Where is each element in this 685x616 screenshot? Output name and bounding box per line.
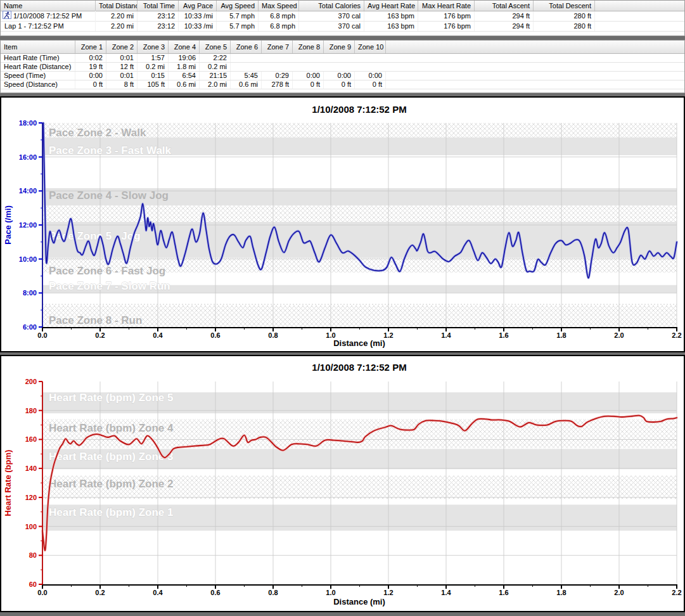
- x-tick-label: 1.6: [499, 589, 508, 596]
- column-header-zone-9[interactable]: Zone 9: [324, 41, 355, 53]
- table-cell: Speed (Distance): [1, 80, 75, 89]
- x-tick-label: 1.4: [441, 589, 451, 596]
- column-header-zone-10[interactable]: Zone 10: [355, 41, 386, 53]
- column-header-zone-8[interactable]: Zone 8: [293, 41, 324, 53]
- y-tick-label: 80: [29, 551, 37, 559]
- table-cell: 19:06: [169, 54, 200, 62]
- table-cell: 0 ft: [355, 80, 386, 89]
- x-tick-label: 0.6: [210, 331, 220, 339]
- y-tick-label: 8:00: [23, 289, 37, 297]
- table-cell: 8 ft: [106, 80, 138, 89]
- table-cell: Lap 1 - 7:12:52 PM: [1, 22, 96, 31]
- zone-band-label: Heart Rate (bpm) Zone 1: [49, 506, 173, 518]
- table-cell: Heart Rate (Distance): [1, 63, 75, 71]
- pace-x-axis-title: Distance (mi): [333, 338, 385, 348]
- column-header-avg-pace[interactable]: Avg Pace: [179, 1, 217, 11]
- x-tick-label: 2.0: [614, 589, 624, 596]
- zone-band-label: Heart Rate (bpm) Zone 4: [49, 422, 174, 434]
- table-cell: 163 bpm: [364, 11, 418, 21]
- y-tick-label: 100: [25, 523, 37, 530]
- column-header-total-calories[interactable]: Total Calories: [299, 1, 364, 11]
- y-tick-label: 120: [25, 494, 37, 501]
- zone-band-label: Heart Rate (bpm) Zone 5: [49, 392, 173, 404]
- column-header-max-speed[interactable]: Max Speed: [259, 1, 299, 11]
- header-filler: [595, 1, 684, 11]
- table-cell: 10:33 /mi: [179, 22, 217, 31]
- column-header-total-descent[interactable]: Total Descent: [534, 1, 595, 11]
- column-header-zone-3[interactable]: Zone 3: [138, 41, 169, 53]
- y-tick-label: 12:00: [19, 221, 37, 229]
- table-cell: 0.6 mi: [169, 80, 200, 89]
- zone-band-label: Pace Zone 4 - Slow Jog: [49, 189, 169, 202]
- column-header-zone-7[interactable]: Zone 7: [262, 41, 293, 53]
- column-header-max-heart-rate[interactable]: Max Heart Rate: [418, 1, 475, 11]
- x-tick-label: 1.8: [556, 589, 566, 596]
- x-tick-label: 2.2: [672, 589, 681, 596]
- table-cell: 1/10/2008 7:12:52 PM: [1, 11, 96, 22]
- column-header-zone-5[interactable]: Zone 5: [200, 41, 231, 53]
- column-header-zone-1[interactable]: Zone 1: [75, 41, 106, 53]
- x-tick-label: 2.0: [614, 331, 624, 339]
- table-cell: 280 ft: [534, 11, 595, 21]
- y-tick-label: 200: [25, 378, 37, 385]
- column-header-name[interactable]: Name: [1, 1, 96, 11]
- zones-summary-table: ItemZone 1Zone 2Zone 3Zone 4Zone 5Zone 6…: [0, 40, 685, 93]
- table-cell: 5.7 mph: [217, 11, 259, 21]
- table-row[interactable]: Heart Rate (Distance)19 ft12 ft0.2 mi1.8…: [1, 63, 684, 72]
- pace-y-axis-title: Pace (/mi): [3, 205, 13, 244]
- runner-activity-icon: [3, 11, 11, 22]
- table-row[interactable]: 1/10/2008 7:12:52 PM2.20 mi23:1210:33 /m…: [1, 11, 684, 22]
- table-row[interactable]: Lap 1 - 7:12:52 PM2.20 mi23:1210:33 /mi5…: [1, 22, 684, 32]
- pace-chart: Pace Zone 2 - WalkPace Zone 3 - Fast Wal…: [1, 98, 684, 351]
- table-row[interactable]: Speed (Time)0:000:010:156:5421:155:450:2…: [1, 72, 684, 80]
- activity-summary-table: NameTotal DistanceTotal TimeAvg PaceAvg …: [0, 0, 685, 36]
- table-cell: 105 ft: [138, 80, 169, 89]
- column-header-avg-heart-rate[interactable]: Avg Heart Rate: [364, 1, 418, 11]
- table-cell: 2.0 mi: [200, 80, 231, 89]
- table-row[interactable]: Heart Rate (Time)0:020:011:5719:062:22: [1, 54, 684, 63]
- x-tick-label: 1.0: [326, 589, 335, 596]
- x-tick-label: 0.8: [268, 331, 278, 339]
- column-header-total-distance[interactable]: Total Distance: [96, 1, 138, 11]
- hr-chart-title: 1/10/2008 7:12:52 PM: [312, 362, 406, 373]
- column-header-total-ascent[interactable]: Total Ascent: [475, 1, 534, 11]
- column-header-zone-6[interactable]: Zone 6: [231, 41, 262, 53]
- column-header-zone-4[interactable]: Zone 4: [169, 41, 200, 53]
- zone-band-label: Heart Rate (bpm) Zone 2: [49, 478, 173, 490]
- table-cell: 0 ft: [324, 80, 355, 89]
- table-cell: 370 cal: [299, 11, 364, 21]
- row-name-text: Lap 1 - 7:12:52 PM: [4, 22, 64, 31]
- table-cell: 6:54: [169, 72, 200, 80]
- column-header-avg-speed[interactable]: Avg Speed: [217, 1, 259, 11]
- y-tick-label: 140: [25, 465, 37, 472]
- table-cell: 2.20 mi: [96, 22, 138, 31]
- table-cell: 280 ft: [534, 22, 595, 31]
- column-header-zone-2[interactable]: Zone 2: [106, 41, 138, 53]
- zone-band-label: Pace Zone 8 - Run: [49, 314, 142, 326]
- column-header-total-time[interactable]: Total Time: [138, 1, 179, 11]
- zone-band-label: Pace Zone 2 - Walk: [49, 127, 146, 139]
- pace-chart-panel: Pace Zone 2 - WalkPace Zone 3 - Fast Wal…: [0, 96, 685, 352]
- table-header-row: NameTotal DistanceTotal TimeAvg PaceAvg …: [1, 1, 684, 11]
- x-tick-label: 0.8: [268, 589, 278, 596]
- app-window: NameTotal DistanceTotal TimeAvg PaceAvg …: [0, 0, 685, 616]
- column-header-item[interactable]: Item: [1, 41, 75, 53]
- table-row[interactable]: Speed (Distance)0 ft8 ft105 ft0.6 mi2.0 …: [1, 80, 684, 89]
- zone-band-label: Heart Rate (bpm) Zone 3: [49, 451, 173, 463]
- table-cell: 294 ft: [475, 11, 534, 21]
- x-tick-label: 0.2: [95, 331, 105, 339]
- table-cell: Heart Rate (Time): [1, 54, 75, 62]
- table-cell: 176 bpm: [418, 11, 475, 21]
- table-cell: 294 ft: [475, 22, 534, 31]
- x-tick-label: 0.4: [153, 331, 163, 339]
- table-cell: 163 bpm: [364, 22, 418, 31]
- x-tick-label: 1.8: [556, 331, 566, 339]
- x-tick-label: 0.0: [37, 589, 47, 596]
- x-tick-label: 0.0: [37, 331, 47, 339]
- table-cell: 0.2 mi: [138, 63, 169, 71]
- table-cell: 0:29: [262, 72, 293, 80]
- table-cell: 0:00: [75, 72, 106, 80]
- table-cell: 370 cal: [299, 22, 364, 31]
- zone-band-label: Pace Zone 7 - Slow Run: [49, 280, 170, 292]
- table-cell: 0:01: [106, 72, 138, 80]
